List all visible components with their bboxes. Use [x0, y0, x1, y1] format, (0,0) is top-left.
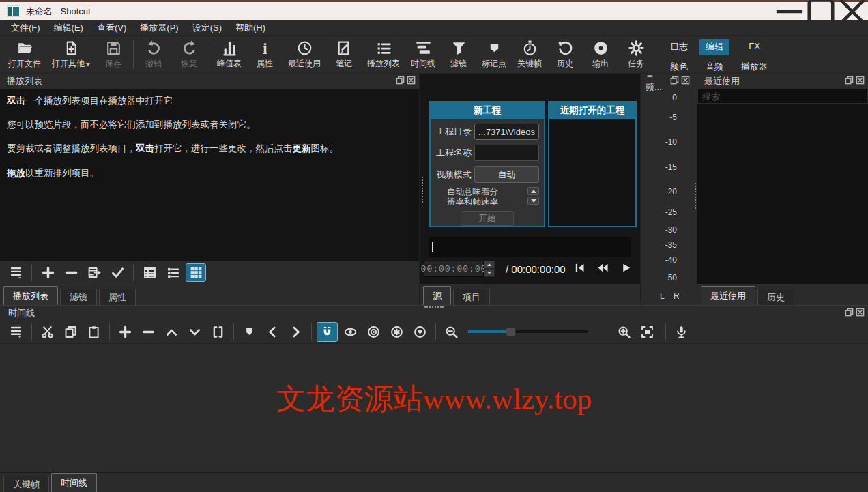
menu-edit[interactable]: 编辑(E) [47, 20, 90, 35]
append-button[interactable] [115, 322, 136, 342]
keyframes-button[interactable]: 关键帧 [512, 38, 547, 71]
ripple-markers-toggle[interactable] [409, 322, 431, 342]
scroll-down-button[interactable] [527, 197, 539, 205]
export-button[interactable]: 输出 [583, 38, 618, 71]
video-mode-button[interactable]: 自动 [474, 166, 539, 183]
playlist-remove-button[interactable] [61, 263, 81, 282]
float-panel-icon[interactable] [396, 76, 405, 87]
playlist-menu-button[interactable] [5, 263, 26, 282]
minimize-button[interactable] [774, 2, 805, 20]
cut-button[interactable] [37, 322, 58, 342]
float-panel-icon[interactable] [670, 76, 679, 87]
open-other-button[interactable]: 打开其他 [46, 38, 96, 71]
menu-settings[interactable]: 设定(S) [186, 20, 229, 35]
tab-history[interactable]: 历史 [757, 289, 794, 305]
recent-projects-list[interactable] [549, 119, 635, 226]
filters-button[interactable]: 滤镜 [441, 38, 476, 71]
slider-handle[interactable] [506, 327, 516, 336]
timeline-zoom-slider[interactable] [468, 325, 588, 338]
menu-help[interactable]: 帮助(H) [229, 20, 272, 35]
skip-to-start-button[interactable] [574, 262, 585, 276]
menu-view[interactable]: 查看(V) [90, 20, 133, 35]
tab-project[interactable]: 项目 [453, 289, 490, 305]
close-panel-icon[interactable] [407, 76, 416, 87]
recent-button[interactable]: 最近使用 [283, 38, 326, 71]
float-panel-icon[interactable] [845, 76, 854, 87]
panel-splitter[interactable] [693, 74, 697, 305]
search-input[interactable] [697, 89, 868, 104]
undo-button[interactable]: 撤销 [136, 38, 171, 71]
paste-button[interactable] [83, 322, 104, 342]
save-button[interactable]: 保存 [96, 38, 131, 71]
tab-properties[interactable]: 属性 [99, 289, 136, 305]
horizontal-splitter-grip[interactable] [424, 306, 444, 308]
playlist-select-button[interactable] [107, 263, 128, 282]
float-panel-icon[interactable] [845, 308, 854, 319]
timeline-menu-button[interactable] [5, 322, 27, 342]
marker-button[interactable] [239, 322, 260, 342]
overwrite-button[interactable] [184, 322, 205, 342]
open-file-button[interactable]: 打开文件 [3, 38, 46, 71]
scrub-while-dragging-toggle[interactable] [340, 322, 361, 342]
vertical-splitter-grip[interactable] [422, 177, 423, 203]
tab-keyframes[interactable]: 关键帧 [3, 476, 49, 492]
zoom-fit-button[interactable] [637, 322, 658, 342]
close-button[interactable] [837, 2, 868, 20]
menu-player[interactable]: 播放器(P) [133, 20, 185, 35]
snap-toggle[interactable] [317, 322, 338, 342]
ripple-all-tracks-toggle[interactable] [386, 322, 407, 342]
ripple-toggle[interactable] [363, 322, 384, 342]
copy-button[interactable] [60, 322, 81, 342]
layout-player-button[interactable]: 播放器 [735, 59, 774, 75]
zoom-in-button[interactable] [613, 322, 635, 342]
zoom-out-button[interactable] [441, 322, 462, 342]
properties-button[interactable]: i 属性 [247, 38, 283, 71]
tab-playlist[interactable]: 播放列表 [3, 286, 58, 305]
view-icons-button[interactable] [186, 263, 206, 282]
redo-button[interactable]: 恢复 [171, 38, 207, 71]
notes-button[interactable]: 笔记 [326, 38, 362, 71]
project-name-input[interactable] [474, 145, 539, 161]
split-button[interactable] [207, 322, 229, 342]
tab-timeline[interactable]: 时间线 [51, 473, 97, 492]
previous-marker-button[interactable] [262, 322, 283, 342]
jobs-button[interactable]: 任务 [618, 38, 654, 71]
markers-button[interactable]: 标记点 [476, 38, 512, 71]
layout-color-button[interactable]: 颜色 [664, 59, 694, 75]
scroll-up-button[interactable] [527, 187, 539, 195]
view-tiles-button[interactable] [162, 263, 183, 282]
lift-button[interactable] [161, 322, 182, 342]
timecode-up-button[interactable] [484, 261, 495, 269]
playlist-add-button[interactable] [38, 263, 58, 282]
rewind-button[interactable] [597, 262, 609, 276]
tab-filters[interactable]: 滤镜 [60, 289, 97, 305]
playlist-update-button[interactable] [84, 263, 104, 282]
tab-source[interactable]: 源 [423, 286, 451, 305]
layout-audio-button[interactable]: 音频 [699, 59, 729, 75]
playlist-button[interactable]: 播放列表 [362, 38, 405, 71]
close-panel-icon[interactable] [856, 308, 865, 319]
view-details-button[interactable] [139, 263, 160, 282]
tab-recent[interactable]: 最近使用 [701, 286, 755, 305]
peak-meter-button[interactable]: 峰值表 [212, 38, 247, 71]
close-panel-icon[interactable] [681, 76, 690, 87]
history-button[interactable]: 历史 [547, 38, 583, 71]
close-panel-icon[interactable] [856, 76, 865, 87]
layout-editing-button[interactable]: 编辑 [699, 39, 729, 55]
ripple-delete-button[interactable] [138, 322, 159, 342]
record-audio-button[interactable] [671, 322, 692, 342]
next-marker-button[interactable] [285, 322, 306, 342]
maximize-button[interactable] [805, 2, 837, 20]
layout-fx-button[interactable]: FX [735, 39, 774, 55]
start-button[interactable]: 开始 [461, 211, 514, 226]
menu-file[interactable]: 文件(F) [4, 20, 47, 35]
recent-files-list[interactable] [697, 104, 868, 284]
timeline-button[interactable]: 时间线 [405, 38, 441, 71]
project-folder-button[interactable]: ...7371\Videos [474, 124, 539, 140]
timeline-tracks-area[interactable]: 文龙资源站www.wlzy.top [0, 343, 868, 472]
layout-logging-button[interactable]: 日志 [664, 39, 694, 55]
timecode-down-button[interactable] [484, 269, 495, 277]
play-button[interactable] [620, 262, 632, 276]
current-timecode[interactable]: 00:00:00:00 [424, 261, 484, 277]
seek-bar[interactable] [429, 237, 631, 257]
